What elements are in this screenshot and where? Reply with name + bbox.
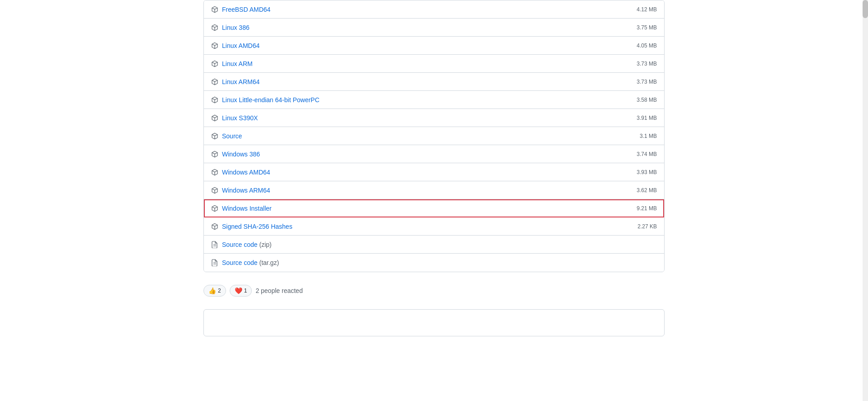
asset-label: Linux ARM xyxy=(222,60,253,67)
asset-row-source-code-zip: Source code (zip) xyxy=(204,236,664,254)
asset-row-source: Source3.1 MB xyxy=(204,127,664,145)
asset-label: Linux ARM64 xyxy=(222,78,259,85)
asset-row-linux-arm64: Linux ARM643.73 MB xyxy=(204,73,664,91)
asset-link-linux-s390x[interactable]: Linux S390X xyxy=(222,114,629,122)
box-icon xyxy=(211,78,218,85)
asset-link-windows-386[interactable]: Windows 386 xyxy=(222,151,629,158)
asset-label: Source xyxy=(222,132,242,140)
box-icon xyxy=(211,114,218,122)
asset-label: Source code xyxy=(222,259,258,266)
asset-link-source-code-targz[interactable]: Source code (tar.gz) xyxy=(222,259,657,266)
box-icon xyxy=(211,132,218,140)
asset-link-signed-sha256[interactable]: Signed SHA-256 Hashes xyxy=(222,223,630,230)
asset-row-signed-sha256: Signed SHA-256 Hashes2.27 KB xyxy=(204,217,664,236)
comment-box xyxy=(203,309,665,336)
box-icon xyxy=(211,187,218,194)
asset-link-source[interactable]: Source xyxy=(222,132,632,140)
box-icon xyxy=(211,169,218,176)
box-icon xyxy=(211,205,218,212)
asset-row-linux-s390x: Linux S390X3.91 MB xyxy=(204,109,664,127)
heart-reaction[interactable]: ❤️ 1 xyxy=(230,285,252,297)
asset-row-freebsd-amd64: FreeBSD AMD644.12 MB xyxy=(204,0,664,19)
asset-label: Linux Little-endian 64-bit PowerPC xyxy=(222,96,320,104)
asset-label: Windows ARM64 xyxy=(222,187,270,194)
asset-row-linux-arm: Linux ARM3.73 MB xyxy=(204,55,664,73)
heart-emoji: ❤️ xyxy=(235,287,242,294)
asset-row-windows-386: Windows 3863.74 MB xyxy=(204,145,664,163)
asset-label: Linux AMD64 xyxy=(222,42,259,49)
asset-size: 4.12 MB xyxy=(637,6,657,13)
asset-link-linux-arm[interactable]: Linux ARM xyxy=(222,60,629,67)
asset-link-linux-386[interactable]: Linux 386 xyxy=(222,24,629,31)
asset-link-windows-arm64[interactable]: Windows ARM64 xyxy=(222,187,629,194)
asset-label: Windows AMD64 xyxy=(222,169,270,176)
asset-size: 3.93 MB xyxy=(637,169,657,175)
asset-label-ext: (tar.gz) xyxy=(258,259,279,266)
thumbsup-emoji: 👍 xyxy=(208,287,216,294)
file-icon xyxy=(211,259,218,266)
asset-label: Signed SHA-256 Hashes xyxy=(222,223,292,230)
asset-size: 3.73 MB xyxy=(637,61,657,67)
asset-size: 9.21 MB xyxy=(637,205,657,212)
asset-size: 2.27 KB xyxy=(637,223,657,230)
reactions-row: 👍 2 ❤️ 1 2 people reacted xyxy=(203,279,665,302)
thumbsup-count: 2 xyxy=(218,288,221,294)
asset-link-linux-little-endian[interactable]: Linux Little-endian 64-bit PowerPC xyxy=(222,96,629,104)
asset-link-windows-amd64[interactable]: Windows AMD64 xyxy=(222,169,629,176)
page-wrapper: FreeBSD AMD644.12 MB Linux 3863.75 MB Li… xyxy=(0,0,868,401)
asset-link-source-code-zip[interactable]: Source code (zip) xyxy=(222,241,657,248)
asset-size: 3.73 MB xyxy=(637,79,657,85)
scrollbar-thumb[interactable] xyxy=(863,0,868,18)
box-icon xyxy=(211,60,218,67)
assets-container: FreeBSD AMD644.12 MB Linux 3863.75 MB Li… xyxy=(203,0,665,336)
asset-row-windows-amd64: Windows AMD643.93 MB xyxy=(204,163,664,181)
box-icon xyxy=(211,223,218,230)
asset-size: 3.1 MB xyxy=(640,133,657,139)
box-icon xyxy=(211,6,218,13)
box-icon xyxy=(211,151,218,158)
asset-link-windows-installer[interactable]: Windows Installer xyxy=(222,205,629,212)
asset-link-linux-amd64[interactable]: Linux AMD64 xyxy=(222,42,629,49)
reactions-text: 2 people reacted xyxy=(255,287,302,294)
asset-row-linux-little-endian: Linux Little-endian 64-bit PowerPC3.58 M… xyxy=(204,91,664,109)
asset-row-windows-arm64: Windows ARM643.62 MB xyxy=(204,181,664,199)
asset-row-windows-installer: Windows Installer9.21 MB xyxy=(204,199,664,217)
asset-size: 3.58 MB xyxy=(637,97,657,103)
asset-size: 4.05 MB xyxy=(637,42,657,49)
asset-label: Linux 386 xyxy=(222,24,250,31)
scrollbar-track[interactable] xyxy=(863,0,868,401)
asset-link-freebsd-amd64[interactable]: FreeBSD AMD64 xyxy=(222,6,629,13)
asset-link-linux-arm64[interactable]: Linux ARM64 xyxy=(222,78,629,85)
asset-size: 3.75 MB xyxy=(637,24,657,31)
box-icon xyxy=(211,96,218,104)
asset-size: 3.91 MB xyxy=(637,115,657,121)
thumbsup-reaction[interactable]: 👍 2 xyxy=(203,285,226,297)
asset-label: FreeBSD AMD64 xyxy=(222,6,270,13)
asset-size: 3.62 MB xyxy=(637,187,657,193)
box-icon xyxy=(211,42,218,49)
asset-row-linux-386: Linux 3863.75 MB xyxy=(204,19,664,37)
heart-count: 1 xyxy=(244,288,247,294)
asset-list: FreeBSD AMD644.12 MB Linux 3863.75 MB Li… xyxy=(203,0,665,272)
box-icon xyxy=(211,24,218,31)
main-content: FreeBSD AMD644.12 MB Linux 3863.75 MB Li… xyxy=(0,0,868,401)
asset-label: Linux S390X xyxy=(222,114,258,122)
asset-row-source-code-targz: Source code (tar.gz) xyxy=(204,254,664,272)
asset-label-ext: (zip) xyxy=(258,241,272,248)
asset-row-linux-amd64: Linux AMD644.05 MB xyxy=(204,37,664,55)
file-icon xyxy=(211,241,218,248)
asset-label: Source code xyxy=(222,241,258,248)
asset-label: Windows Installer xyxy=(222,205,272,212)
asset-label: Windows 386 xyxy=(222,151,260,158)
asset-size: 3.74 MB xyxy=(637,151,657,157)
